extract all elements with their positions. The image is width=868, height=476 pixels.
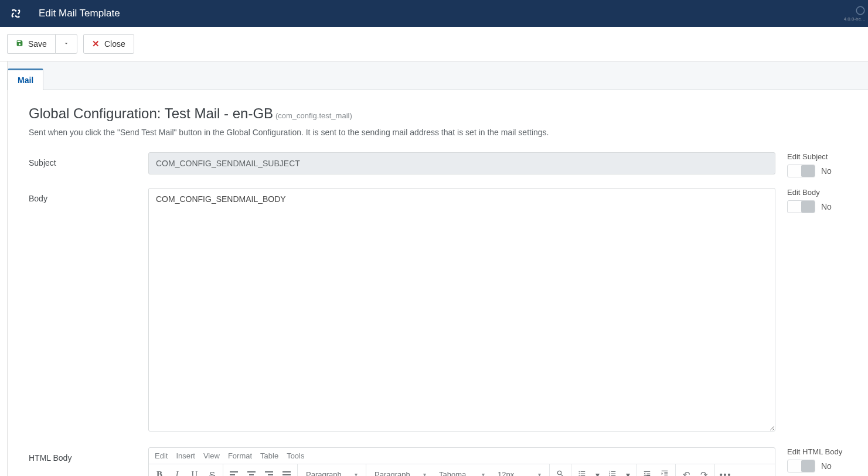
chevron-down-icon: ▾	[595, 470, 600, 477]
editor-italic-button[interactable]: I	[169, 467, 185, 477]
close-button-label: Close	[104, 39, 125, 49]
toggle-knob	[801, 201, 815, 213]
editor-bullet-list-dropdown[interactable]: ▾	[591, 467, 603, 477]
save-button-label: Save	[28, 39, 47, 49]
align-justify-icon	[282, 471, 291, 477]
editor-block-select-label: Paragraph	[306, 470, 342, 476]
indent-icon	[661, 470, 669, 476]
editor-menu-format[interactable]: Format	[228, 451, 252, 460]
editor-group-search	[550, 464, 571, 476]
save-icon	[16, 39, 23, 49]
save-button[interactable]: Save	[7, 34, 55, 54]
chevron-down-icon	[63, 39, 70, 49]
editor-align-left-button[interactable]	[226, 467, 242, 477]
subject-label: Subject	[29, 152, 137, 167]
edit-subject-label: Edit Subject	[787, 152, 848, 161]
bullet-list-icon	[578, 470, 586, 476]
editor-strike-button[interactable]: S	[204, 467, 220, 477]
strikethrough-icon: S	[209, 470, 215, 476]
panel-heading-slug: (com_config.test_mail)	[275, 111, 352, 120]
editor-fontsize-select-label: 12px	[498, 470, 514, 476]
editor-font-select[interactable]: Tahoma ▾	[433, 467, 491, 477]
editor-align-justify-button[interactable]	[278, 467, 295, 477]
version-label: 4.0.0-be…	[844, 16, 866, 22]
toolbar: Save ✕ Close	[0, 27, 868, 61]
editor-group-font: Paragraph ▾ Tahoma ▾ 12px ▾	[366, 464, 550, 476]
editor-bold-button[interactable]: B	[151, 467, 168, 477]
editor-menu-view[interactable]: View	[203, 451, 220, 460]
editor-group-textstyle: B I U S	[149, 464, 223, 476]
editor-toolbar: B I U S	[149, 464, 775, 476]
panel-heading: Global Configuration: Test Mail - en-GB	[29, 105, 273, 121]
undo-icon: ↶	[683, 470, 690, 477]
html-body-label: HTML Body	[29, 447, 137, 463]
editor-group-align	[223, 464, 298, 476]
editor-menu-tools[interactable]: Tools	[287, 451, 304, 460]
svg-point-0	[856, 6, 864, 15]
tabs: Mail	[8, 61, 868, 90]
edit-subject-state: No	[821, 166, 832, 176]
body-row: Body COM_CONFIG_SENDMAIL_BODY Edit Body …	[29, 188, 848, 433]
header-right: 4.0.0-be…	[844, 0, 866, 27]
editor-menu-insert[interactable]: Insert	[176, 451, 195, 460]
html-body-row: HTML Body Edit Insert View Format Table …	[29, 447, 848, 476]
editor-underline-button[interactable]: U	[186, 467, 203, 477]
more-icon: •••	[720, 470, 732, 477]
editor-fontsize-select[interactable]: 12px ▾	[492, 467, 547, 477]
chevron-down-icon: ▾	[538, 471, 541, 476]
editor-search-button[interactable]	[552, 467, 569, 477]
subject-input	[148, 152, 775, 174]
editor-block2-select[interactable]: Paragraph ▾	[369, 467, 432, 477]
close-button[interactable]: ✕ Close	[83, 34, 134, 54]
editor-group-more: •••	[715, 464, 736, 476]
chevron-down-icon: ▾	[626, 470, 630, 477]
body-label: Body	[29, 188, 137, 203]
editor-menu-table[interactable]: Table	[260, 451, 278, 460]
editor-more-button[interactable]: •••	[717, 467, 734, 477]
close-icon: ✕	[92, 39, 100, 49]
edit-html-body-label: Edit HTML Body	[787, 447, 848, 456]
editor-outdent-button[interactable]	[639, 467, 655, 477]
edit-subject-toggle[interactable]	[787, 165, 815, 177]
edit-body-label: Edit Body	[787, 188, 848, 197]
edit-body-state: No	[821, 202, 832, 211]
toggle-knob	[801, 165, 815, 177]
header-bar: Edit Mail Template 4.0.0-be…	[0, 0, 868, 27]
editor-block2-select-label: Paragraph	[375, 470, 410, 476]
save-button-group: Save	[7, 34, 77, 54]
editor-indent-button[interactable]	[656, 467, 673, 477]
edit-body-toggle[interactable]	[787, 200, 815, 213]
content-shell: Mail Global Configuration: Test Mail - e…	[7, 61, 868, 476]
chevron-down-icon: ▾	[423, 471, 426, 476]
edit-html-body-toggle[interactable]	[787, 460, 815, 472]
italic-icon: I	[176, 470, 179, 476]
chevron-down-icon: ▾	[482, 471, 485, 476]
body-textarea[interactable]: COM_CONFIG_SENDMAIL_BODY	[148, 188, 775, 432]
edit-html-body-state: No	[821, 461, 832, 471]
underline-icon: U	[192, 470, 198, 476]
tab-mail[interactable]: Mail	[8, 69, 43, 90]
outdent-icon	[643, 470, 651, 476]
editor-group-block: Paragraph ▾	[298, 464, 366, 476]
save-dropdown-button[interactable]	[55, 34, 77, 54]
editor-group-history: ↶ ↷	[676, 464, 715, 476]
page-title: Edit Mail Template	[39, 8, 120, 19]
editor-group-lists: ▾ ▾	[571, 464, 636, 476]
editor-font-select-label: Tahoma	[439, 470, 466, 476]
mail-panel: Global Configuration: Test Mail - en-GB …	[8, 90, 868, 476]
joomla-small-icon	[855, 5, 866, 16]
editor-block-select[interactable]: Paragraph ▾	[300, 467, 363, 477]
editor-menu-edit[interactable]: Edit	[155, 451, 168, 460]
editor-numbered-list-dropdown[interactable]: ▾	[622, 467, 634, 477]
editor-redo-button[interactable]: ↷	[696, 467, 712, 477]
subject-row: Subject Edit Subject No	[29, 152, 848, 177]
bold-icon: B	[156, 470, 162, 476]
editor-bullet-list-button[interactable]	[574, 467, 590, 477]
joomla-logo-icon	[9, 7, 22, 20]
editor-undo-button[interactable]: ↶	[678, 467, 695, 477]
editor-align-center-button[interactable]	[243, 467, 260, 477]
editor-numbered-list-button[interactable]	[604, 467, 621, 477]
numbered-list-icon	[608, 470, 617, 476]
editor-align-right-button[interactable]	[261, 467, 277, 477]
align-left-icon	[230, 471, 238, 477]
